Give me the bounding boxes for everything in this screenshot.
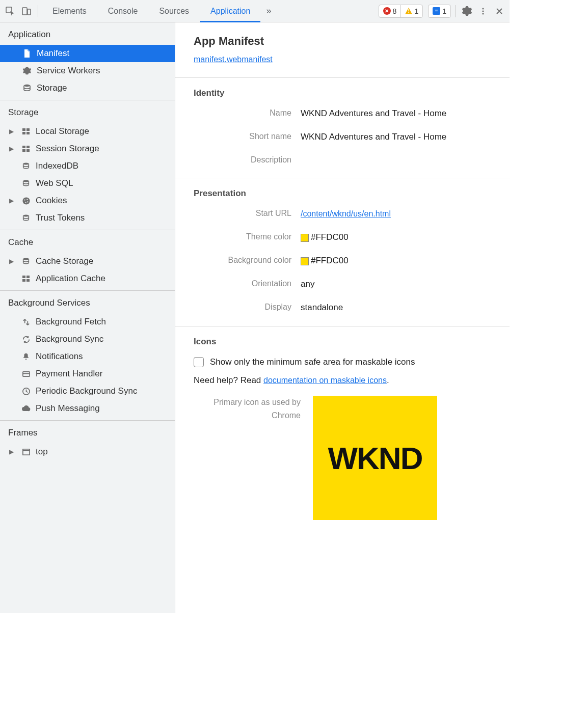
sidebar-item-storage[interactable]: Storage — [0, 79, 175, 97]
error-count[interactable]: ✕ 8 — [379, 5, 401, 17]
more-tabs-chevron-icon[interactable]: » — [262, 6, 275, 16]
warning-count[interactable]: 1 — [400, 5, 422, 17]
sidebar-item-cache-storage[interactable]: ▶Cache Storage — [0, 253, 175, 270]
clock-icon — [20, 386, 32, 397]
primary-icon-row: Primary icon as used by Chrome WKND — [194, 396, 494, 520]
device-toggle-icon[interactable] — [19, 0, 34, 22]
maskable-checkbox[interactable] — [194, 357, 204, 367]
sidebar-item-label: top — [36, 447, 175, 457]
sidebar-item-service-workers[interactable]: Service Workers — [0, 62, 175, 79]
section-title: Frames — [0, 421, 175, 443]
sidebar-item-trust-tokens[interactable]: Trust Tokens — [0, 209, 175, 227]
field-background-color: Background color #FFDC00 — [194, 256, 494, 266]
field-name: Name WKND Adventures and Travel - Home — [194, 108, 494, 119]
field-value: WKND Adventures and Travel - Home — [301, 132, 494, 142]
sidebar-item-local-storage[interactable]: ▶Local Storage — [0, 123, 175, 140]
sidebar-item-label: IndexedDB — [36, 161, 175, 171]
svg-point-4 — [482, 10, 484, 12]
sidebar-item-application-cache[interactable]: Application Cache — [0, 270, 175, 287]
sidebar-item-label: Notifications — [36, 351, 175, 362]
field-value: #FFDC00 — [301, 256, 494, 266]
database-icon — [20, 256, 32, 267]
svg-point-6 — [24, 85, 30, 87]
sidebar-section-background-services: Background Services Background Fetch Bac… — [0, 291, 175, 417]
sidebar-item-label: Trust Tokens — [36, 213, 175, 223]
svg-rect-2 — [28, 9, 31, 15]
close-devtools-icon[interactable] — [492, 0, 506, 22]
svg-rect-13 — [22, 149, 25, 152]
presentation-section-heading: Presentation — [194, 188, 494, 199]
sidebar-item-top-frame[interactable]: ▶top — [0, 443, 175, 460]
sync-icon — [20, 334, 32, 345]
svg-rect-11 — [22, 146, 25, 148]
sidebar-item-periodic-background-sync[interactable]: Periodic Background Sync — [0, 383, 175, 400]
sidebar-item-background-fetch[interactable]: Background Fetch — [0, 313, 175, 331]
expand-arrow-icon[interactable]: ▶ — [9, 128, 16, 135]
field-label: Background color — [194, 256, 301, 265]
svg-point-16 — [23, 180, 29, 182]
manifest-file-link[interactable]: manifest.webmanifest — [194, 55, 273, 64]
svg-point-20 — [25, 202, 26, 203]
sidebar-item-cookies[interactable]: ▶Cookies — [0, 192, 175, 209]
sidebar-item-manifest[interactable]: Manifest — [0, 45, 175, 62]
issues-count[interactable]: ≡ 1 — [428, 5, 451, 18]
sidebar-item-indexeddb[interactable]: IndexedDB — [0, 157, 175, 175]
sidebar-item-label: Storage — [37, 83, 175, 93]
tab-console[interactable]: Console — [98, 0, 148, 22]
svg-rect-8 — [26, 128, 30, 131]
field-label: Short name — [194, 132, 301, 141]
field-label: Name — [194, 108, 301, 118]
svg-rect-26 — [22, 279, 25, 282]
sidebar-item-notifications[interactable]: Notifications — [0, 348, 175, 365]
sidebar-section-frames: Frames ▶top — [0, 421, 175, 460]
field-label: Theme color — [194, 232, 301, 241]
cookie-icon — [20, 195, 32, 206]
sidebar-item-session-storage[interactable]: ▶Session Storage — [0, 140, 175, 157]
svg-rect-1 — [22, 8, 27, 15]
expand-arrow-icon[interactable]: ▶ — [9, 145, 16, 152]
database-icon — [20, 212, 32, 224]
fetch-icon — [20, 316, 32, 327]
identity-section-heading: Identity — [194, 88, 494, 98]
section-title: Storage — [0, 100, 175, 123]
svg-rect-30 — [22, 449, 29, 454]
database-icon — [21, 83, 33, 94]
sidebar-item-push-messaging[interactable]: Push Messaging — [0, 400, 175, 417]
svg-rect-14 — [26, 149, 30, 152]
expand-arrow-icon[interactable]: ▶ — [9, 197, 16, 204]
section-title: Background Services — [0, 291, 175, 313]
tab-sources[interactable]: Sources — [149, 0, 199, 22]
svg-point-3 — [482, 8, 484, 9]
database-icon — [20, 160, 32, 172]
theme-color-swatch — [301, 234, 309, 242]
sidebar-item-background-sync[interactable]: Background Sync — [0, 331, 175, 348]
field-label: Orientation — [194, 279, 301, 288]
message-count-value: 1 — [442, 7, 446, 15]
section-title: Cache — [0, 230, 175, 253]
sidebar-item-payment-handler[interactable]: Payment Handler — [0, 365, 175, 383]
sidebar-item-websql[interactable]: Web SQL — [0, 175, 175, 192]
expand-arrow-icon[interactable]: ▶ — [9, 258, 16, 265]
inspect-element-icon[interactable] — [3, 0, 17, 22]
tab-elements[interactable]: Elements — [42, 0, 97, 22]
icons-section-heading: Icons — [194, 337, 494, 347]
settings-gear-icon[interactable] — [460, 0, 474, 22]
sidebar-item-label: Periodic Background Sync — [36, 386, 175, 396]
sidebar-item-label: Push Messaging — [36, 403, 175, 414]
kebab-menu-icon[interactable] — [476, 0, 490, 22]
file-icon — [21, 48, 33, 59]
warning-icon — [405, 8, 412, 14]
console-counts[interactable]: ✕ 8 1 — [379, 5, 423, 18]
start-url-link[interactable]: /content/wknd/us/en.html — [301, 209, 391, 218]
sidebar-item-label: Cookies — [36, 196, 175, 206]
maskable-help-text: Need help? Read documentation on maskabl… — [194, 375, 494, 386]
table-icon — [20, 273, 32, 284]
maskable-docs-link[interactable]: documentation on maskable icons — [263, 376, 387, 385]
tab-application[interactable]: Application — [200, 0, 260, 22]
field-theme-color: Theme color #FFDC00 — [194, 232, 494, 242]
sidebar-item-label: Payment Handler — [36, 369, 175, 379]
sidebar-item-label: Manifest — [37, 48, 175, 59]
error-icon: ✕ — [383, 7, 391, 15]
table-icon — [20, 126, 32, 137]
expand-arrow-icon[interactable]: ▶ — [9, 448, 16, 455]
